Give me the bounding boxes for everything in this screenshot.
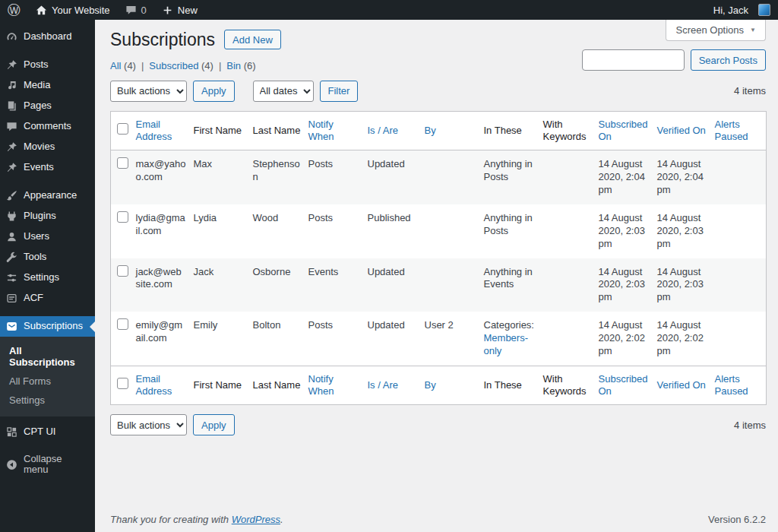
- row-checkbox[interactable]: [117, 157, 128, 169]
- dashboard-icon: [6, 31, 17, 43]
- column-header-by[interactable]: By: [423, 111, 482, 150]
- row-checkbox[interactable]: [117, 318, 128, 330]
- view-count: (6): [241, 60, 256, 71]
- sidebar-item-label: Tools: [24, 252, 46, 262]
- category-link[interactable]: Members-only: [484, 332, 529, 356]
- sidebar-item-comments[interactable]: Comments: [0, 116, 95, 137]
- sidebar-item-dashboard[interactable]: Dashboard: [0, 27, 95, 47]
- checkbox-cell: [111, 204, 134, 258]
- new-content-menu[interactable]: New: [154, 0, 205, 20]
- cell-first-name: Emily: [192, 312, 251, 366]
- search-form: Search Posts: [582, 49, 766, 71]
- column-header-notify-when[interactable]: Notify When: [307, 366, 366, 405]
- footer-thanks: Thank you for creating with WordPress.: [110, 514, 283, 525]
- apply-button-bottom[interactable]: Apply: [193, 414, 235, 435]
- sidebar-item-acf[interactable]: ACF: [0, 288, 95, 309]
- submenu-item-settings[interactable]: Settings: [0, 391, 95, 410]
- dates-filter-select[interactable]: All dates: [253, 81, 314, 102]
- column-header-alerts-paused[interactable]: Alerts Paused: [713, 111, 767, 150]
- my-account-menu[interactable]: Hi, Jack: [706, 0, 778, 20]
- media-icon: [6, 80, 17, 91]
- cell-first-name: Lydia: [192, 204, 251, 258]
- plugins-icon: [6, 211, 17, 222]
- column-header-alerts-paused[interactable]: Alerts Paused: [713, 366, 767, 405]
- apply-button[interactable]: Apply: [193, 81, 235, 102]
- checkbox-cell: [111, 258, 134, 312]
- site-name-menu[interactable]: Your Website: [28, 0, 118, 20]
- admin-footer: Thank you for creating with WordPress. V…: [110, 514, 766, 525]
- submenu-item-all-forms[interactable]: All Forms: [0, 372, 95, 391]
- view-count: (4): [121, 60, 136, 71]
- cell-last-name: Wood: [251, 204, 307, 258]
- cell-subscribed-on: 14 August 2020, 2:02 pm: [597, 312, 656, 366]
- tablenav-bottom: Bulk actions Apply 4 items: [110, 413, 766, 436]
- sidebar-item-pages[interactable]: Pages: [0, 96, 95, 116]
- column-header-verified-on[interactable]: Verified On: [656, 366, 713, 405]
- column-header-is-are[interactable]: Is / Are: [366, 366, 423, 405]
- row-checkbox[interactable]: [117, 211, 128, 223]
- subscriptions-icon: [6, 321, 17, 332]
- wordpress-logo-menu[interactable]: Ⓦ: [0, 0, 28, 20]
- select-all-checkbox[interactable]: [117, 123, 128, 135]
- row-checkbox[interactable]: [117, 265, 128, 277]
- cell-alerts-paused: [713, 312, 767, 366]
- collapse-menu-button[interactable]: Collapse menu: [0, 449, 95, 480]
- sidebar-item-movies[interactable]: Movies: [0, 137, 95, 157]
- column-header-by[interactable]: By: [423, 366, 482, 405]
- view-link-all[interactable]: All: [110, 60, 121, 71]
- sidebar-item-media[interactable]: Media: [0, 75, 95, 96]
- page-title: Subscriptions: [110, 29, 215, 51]
- column-header-is-are[interactable]: Is / Are: [366, 111, 423, 150]
- cell-by: [423, 150, 482, 204]
- avatar: [758, 4, 770, 16]
- column-header-first-name: First Name: [192, 366, 251, 405]
- cell-notify-when: Events: [307, 258, 366, 312]
- sidebar-item-users[interactable]: Users: [0, 226, 95, 247]
- collapse-arrow-icon: [6, 459, 17, 470]
- cell-notify-when: Posts: [307, 150, 366, 204]
- search-posts-button[interactable]: Search Posts: [691, 49, 766, 71]
- sidebar-item-appearance[interactable]: Appearance: [0, 185, 95, 206]
- sidebar-item-cpt-ui[interactable]: CPT UI: [0, 422, 95, 442]
- view-link-bin[interactable]: Bin: [226, 60, 241, 71]
- view-link-subscribed[interactable]: Subscribed: [149, 60, 198, 71]
- column-header-in-these: In These: [482, 111, 542, 150]
- sidebar-item-events[interactable]: Events: [0, 157, 95, 178]
- comment-bubble-icon: [125, 5, 137, 16]
- items-count: 4 items: [734, 85, 766, 97]
- submenu-item-all-subscriptions[interactable]: All Subscriptions: [0, 341, 95, 372]
- column-header-email[interactable]: Email Address: [134, 366, 192, 405]
- bulk-actions-select-bottom[interactable]: Bulk actions: [110, 414, 187, 435]
- search-input[interactable]: [582, 49, 685, 71]
- cell-verified-on: 14 August 2020, 2:03 pm: [656, 204, 713, 258]
- subscriptions-table: Email AddressFirst NameLast NameNotify W…: [110, 111, 767, 406]
- cell-in-these: Anything in Events: [482, 258, 542, 312]
- filter-button[interactable]: Filter: [320, 81, 359, 102]
- acf-icon: [6, 293, 17, 304]
- sidebar-item-posts[interactable]: Posts: [0, 55, 95, 75]
- cell-first-name: Jack: [192, 258, 251, 312]
- column-header-subscribed-on[interactable]: Subscribed On: [597, 366, 656, 405]
- column-header-email[interactable]: Email Address: [134, 111, 192, 150]
- wordpress-link[interactable]: WordPress: [232, 514, 280, 525]
- cell-verified-on: 14 August 2020, 2:03 pm: [656, 258, 713, 312]
- column-header-verified-on[interactable]: Verified On: [656, 111, 713, 150]
- bulk-actions-select[interactable]: Bulk actions: [110, 81, 187, 102]
- cell-is-are: Published: [366, 204, 423, 258]
- cell-with-keywords: [542, 150, 597, 204]
- tablenav-top: Bulk actions Apply All dates Filter 4 it…: [110, 80, 766, 103]
- checkbox-cell: [111, 366, 134, 405]
- cell-is-are: Updated: [366, 312, 423, 366]
- sidebar-item-subscriptions[interactable]: Subscriptions: [0, 316, 95, 337]
- select-all-checkbox[interactable]: [117, 378, 128, 389]
- column-header-notify-when[interactable]: Notify When: [307, 111, 366, 150]
- sidebar-item-tools[interactable]: Tools: [0, 247, 95, 268]
- cell-last-name: Osborne: [251, 258, 307, 312]
- cell-verified-on: 14 August 2020, 2:04 pm: [656, 150, 713, 204]
- comments-menu[interactable]: 0: [118, 0, 154, 20]
- pin-icon: [6, 162, 17, 173]
- sidebar-item-settings[interactable]: Settings: [0, 268, 95, 288]
- sidebar-item-plugins[interactable]: Plugins: [0, 206, 95, 226]
- add-new-button[interactable]: Add New: [224, 30, 281, 49]
- column-header-subscribed-on[interactable]: Subscribed On: [597, 111, 656, 150]
